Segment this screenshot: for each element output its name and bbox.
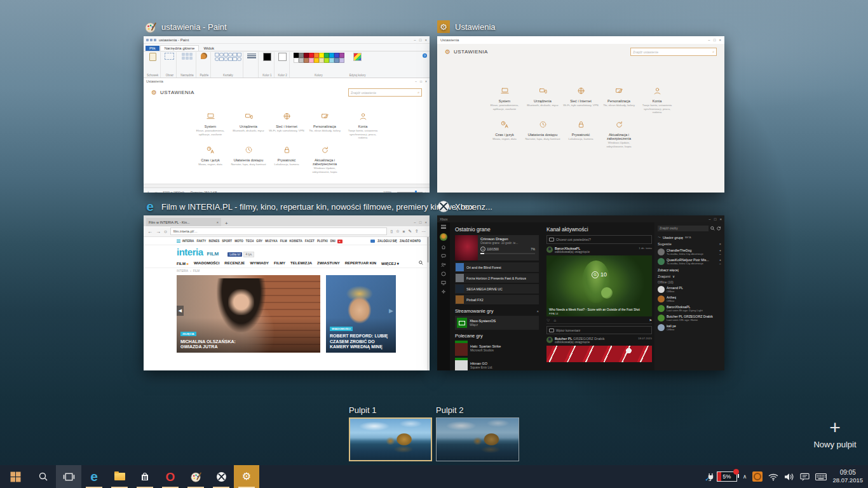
zoom-out-icon: − [393,191,395,193]
palette-swatch [339,58,344,63]
taskbar-file-explorer-button[interactable] [107,465,132,488]
user-avatar [658,295,665,302]
globe-icon [576,86,586,96]
recent-game-row: SEGA MEGA DRIVE UC [455,284,539,294]
page-scrollbar [427,237,429,370]
settings-tile-network: Sieć i InternetWi-Fi, tryb samolotowy, V… [562,86,600,114]
paint-window-thumbnail[interactable]: ustawienia - Paint −□× Plik Narzędzia gł… [144,36,430,193]
settings-header: ⚙ USTAWIENIA Znajdź ustawienie ⌕ [445,48,717,56]
film-section-menu: FILM WIADOMOŚCI RECENZJE WYWIADY FILMY T… [144,258,430,268]
paint-status-bar: ✛ ▭ 3200 × 1800pik. Rozmiar: 250,2 KB 10… [144,187,430,193]
ease-of-access-icon [538,120,548,130]
settings-tile-privacy: PrywatnośćLokalizacja, kamera [562,120,600,148]
tray-app-icon[interactable] [752,471,763,482]
edge-window-thumbnail[interactable]: Film w INTERIA.PL - Kin... × + −□× ← → ○… [144,215,430,370]
friends-list: Armand PL Offline Artheq Offline [658,285,721,332]
palette-swatch [294,58,299,63]
xbox-window-thumbnail[interactable]: Xbox −□× Ostatnio grane [437,215,724,370]
taskbar-clock[interactable]: 09:05 28.07.2015 [832,469,863,484]
settings-tile-time-language: Czas i językMowa, region, data [485,120,524,148]
new-desktop-button[interactable]: + Nowy pulpit [802,418,868,449]
settings-window-label[interactable]: ⚙ Ustawienia [437,20,496,33]
xbox-nav-rail [437,222,450,370]
edge-icon: e [90,470,98,483]
settings-tile-update: Aktualizacja i zabezpieczeniaWindows Upd… [306,146,344,173]
tv-icon [441,280,446,285]
system-tray: ✓ 5% ∧ 09:05 [707,465,868,488]
chevron-down-icon: ∨ [672,274,675,278]
add-friend-icon: + [719,259,721,261]
facebook-like-badge: Lubię to! 4 tys. [227,252,254,257]
gamerscore-icon: G [592,271,599,278]
friend-row: kali pe Offline [658,323,721,332]
create-group-button: ⏦ Utwórz grupę BETA [658,235,721,240]
inner-settings-header: ⚙ USTAWIENIA Znajdź ustawienie ⌕ [151,88,422,97]
task-view-screen: ustawienia - Paint ustawienia - Paint −□… [0,0,868,488]
personalization-icon [614,86,624,96]
laptop-icon [500,86,510,96]
forward-icon: → [156,229,161,234]
taskbar-store-button[interactable] [132,465,158,488]
taskbar-paint-button[interactable] [183,465,208,488]
xbox-window-label[interactable]: Xbox [437,200,474,213]
search-button[interactable] [31,465,56,488]
xbox-titlebar: Xbox −□× [437,215,724,222]
paint-titlebar: ustawienia - Paint −□× [144,36,430,44]
friend-row: Armand PL Offline [658,285,721,294]
settings-tile-privacy: PrywatnośćLokalizacja, kamera [268,146,306,173]
paint-window-label[interactable]: ustawienia - Paint [144,20,227,33]
inner-settings-tiles: SystemEkran, powiadomienia, aplikacje, z… [191,112,382,174]
recommended-games-list: Halo: Spartan Strike Microsoft Studios H… [455,341,539,370]
settings-window-thumbnail[interactable]: Ustawienia −□× ⚙ USTAWIENIA Znajdź ustaw… [437,36,724,193]
touch-keyboard-icon[interactable] [815,473,827,481]
portal-nav-link: SPORT [222,240,232,243]
refresh-icon [717,226,721,231]
shapes-group: Kształty [213,52,243,78]
reading-view-icon: ▯ [390,229,393,234]
time-language-icon [500,120,510,130]
taskbar-edge-button[interactable]: e [81,465,107,488]
taskbar-opera-button[interactable]: O [158,465,183,488]
thickness-icon [247,53,256,59]
power-status[interactable]: ✓ 5% [707,471,737,482]
portal-account-links: ZALOGUJ SIĘ ZAŁÓŻ KONTO [370,240,430,243]
settings-tile-ease-of-access: Ułatwienia dostępuNarrator, lupa, duży k… [524,120,562,148]
action-center-icon[interactable] [800,473,810,481]
tools-icons [182,53,193,60]
paint-ribbon-tabs: Plik Narzędzia główne Widok [144,44,430,51]
personalization-icon [320,112,330,121]
palette-swatch [334,53,339,58]
plus-icon: + [802,418,868,437]
check-icon: ✓ [705,477,710,482]
task-view-button[interactable] [56,465,81,488]
user-avatar [658,258,665,265]
gear-icon: ⚙ [445,48,451,55]
hamburger-icon [177,239,180,243]
color2-group: Kolor 2 [276,52,290,78]
hidden-icons-chevron[interactable]: ∧ [743,473,747,480]
zoom-in-icon: + [424,191,426,193]
image-group: Obraz [163,52,177,78]
add-friend-icon: + [719,249,721,252]
paint-window-controls: −□× [414,38,427,42]
portal-logo-row: interia FILM Lubię to! 4 tys. [144,245,430,258]
achievement-progress-bar [480,253,535,254]
portal-nav-link: FAKTY [196,240,206,243]
annotate-icon: ✎ [409,229,412,234]
start-button[interactable] [0,465,31,488]
taskbar-settings-button[interactable]: ⚙ [234,465,259,488]
wifi-icon[interactable] [768,473,778,481]
color1-group: Kolor 1 [261,52,274,78]
back-icon: ← [147,229,153,234]
taskbar-xbox-button[interactable] [208,465,234,488]
battery-percent: 5% [722,473,731,480]
recent-games-list: Ori and the Blind Forest Forza Horizon 2… [455,262,539,304]
close-icon: × [719,38,721,42]
desktop-2-thumbnail[interactable] [436,417,519,461]
deskt op-1-thumbnail[interactable] [349,417,432,461]
settings-tile-system: SystemEkran, powiadomienia, aplikacje, z… [191,112,229,140]
palette-swatch [299,58,304,63]
volume-icon[interactable] [784,473,794,481]
edge-page-content: INTERIAFAKTYBIZNESSPORTMOTOTECHGRYMUZYKA… [144,237,430,370]
minimize-icon: − [415,79,417,83]
